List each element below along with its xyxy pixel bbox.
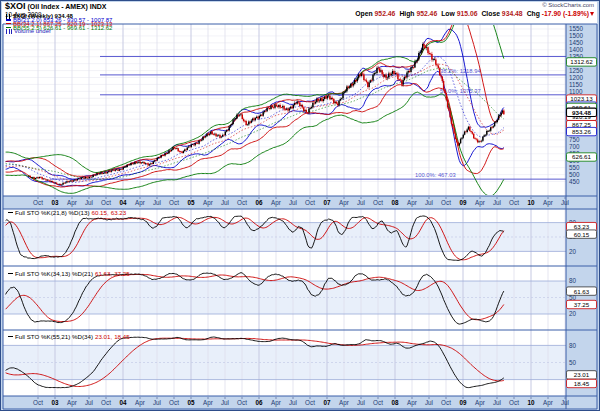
month-label: Oct: [509, 199, 519, 206]
sto-line-icon: [8, 336, 13, 338]
month-label: Oct: [101, 399, 111, 406]
sto-tick-label: 50: [569, 359, 577, 366]
open-label: Open: [355, 10, 372, 17]
svg-text:18.45: 18.45: [574, 380, 590, 387]
month-label: Jul: [493, 399, 501, 406]
month-label: 03: [51, 399, 59, 406]
page-title: $XOI (Oil Index - AMEX) INDX: [5, 2, 107, 11]
low-value: 915.06: [457, 10, 478, 17]
month-label: Apr: [203, 199, 213, 207]
high-label: High: [399, 10, 414, 17]
panel1-legend-label: Full STO %K(21,8) %D(13): [15, 209, 90, 216]
month-label: Jul: [493, 199, 501, 206]
month-label: Jul: [561, 399, 569, 406]
svg-text:37.25: 37.25: [574, 301, 590, 308]
month-label: Oct: [373, 199, 383, 206]
month-label: 04: [119, 199, 127, 206]
month-label: 07: [323, 199, 331, 206]
panel3-k-value: 23.01,: [95, 333, 112, 340]
sto-tick-label: 20: [569, 248, 577, 255]
panel3-legend: Full STO %K(55,21) %D(34)23.01,18.45: [8, 334, 130, 340]
month-label: Oct: [305, 399, 315, 406]
month-label: Apr: [475, 199, 485, 207]
panel1-d-value: 63.23: [111, 209, 126, 216]
month-label: Jul: [221, 399, 229, 406]
month-label: 07: [323, 399, 331, 406]
month-label: Apr: [407, 399, 417, 407]
month-label: Apr: [543, 399, 553, 407]
month-label: Jul: [85, 399, 93, 406]
month-label: Jul: [289, 399, 297, 406]
month-label: Apr: [203, 399, 213, 407]
month-label: Jul: [85, 199, 93, 206]
svg-text:1312.62: 1312.62: [570, 58, 593, 65]
chg-label: Chg: [527, 10, 540, 17]
legend-volume-label: Volume undef: [14, 28, 51, 34]
month-label: Oct: [373, 399, 383, 406]
month-label: 08: [391, 399, 399, 406]
panel2-k-value: 61.63,: [95, 270, 112, 277]
month-label: Oct: [305, 199, 315, 206]
legend-volume: Volume undef: [6, 28, 51, 34]
month-label: Jul: [153, 399, 161, 406]
volume-bars-icon: [6, 29, 12, 34]
month-label: Oct: [33, 399, 43, 406]
month-label: 08: [391, 199, 399, 206]
close-label: Close: [481, 10, 500, 17]
ohlc-readout: Open 952.46High 952.46Low 915.06Close 93…: [355, 11, 594, 18]
chart-canvas: 38.2%: 1218.9450.0%: 1075.37100.0%: 467.…: [0, 0, 600, 411]
panel3-d-value: 18.45: [114, 333, 129, 340]
month-label: Oct: [441, 399, 451, 406]
ticker-description: (Oil Index - AMEX) INDX: [26, 3, 107, 10]
panel3-legend-label: Full STO %K(55,21) %D(34): [15, 333, 93, 340]
month-label: Apr: [271, 399, 281, 407]
month-label: 04: [119, 399, 127, 406]
svg-text:23.01: 23.01: [574, 371, 590, 378]
fib-label: 100.0%: 467.03: [415, 172, 456, 178]
close-value: 934.48: [502, 10, 523, 17]
sto-line-icon: [8, 273, 13, 275]
panel2-legend-label: Full STO %K(34,13) %D(21): [15, 270, 93, 277]
sto-tick-label: 80: [569, 342, 577, 349]
month-label: Apr: [339, 399, 349, 407]
price-tick-label: 450: [569, 178, 580, 185]
sto-line-icon: [8, 212, 13, 214]
month-label: Oct: [101, 199, 111, 206]
stockcharts-chart: 38.2%: 1218.9450.0%: 1075.37100.0%: 467.…: [0, 0, 600, 411]
chg-value: -17.90 (-1.89%): [542, 10, 589, 17]
stockcharts-brand: © StockCharts.com: [542, 2, 594, 8]
month-label: Apr: [135, 199, 145, 207]
high-value: 952.46: [416, 10, 437, 17]
month-label: Oct: [237, 199, 247, 206]
svg-text:934.48: 934.48: [572, 109, 591, 116]
panel2-legend: Full STO %K(34,13) %D(21)61.63,37.25: [8, 271, 130, 277]
month-label: Jul: [221, 199, 229, 206]
month-label: 05: [187, 199, 195, 206]
svg-text:853.26: 853.26: [572, 128, 591, 135]
month-label: Jul: [425, 399, 433, 406]
month-label: Oct: [169, 399, 179, 406]
month-label: 10: [527, 399, 535, 406]
month-label: Oct: [441, 199, 451, 206]
svg-text:626.61: 626.61: [572, 153, 591, 160]
svg-text:1023.13: 1023.13: [570, 95, 593, 102]
month-label: Apr: [135, 399, 145, 407]
panel1-legend: Full STO %K(21,8) %D(13)60.15,63.23: [8, 210, 126, 216]
month-label: Jul: [153, 199, 161, 206]
month-label: Jul: [357, 399, 365, 406]
sto-tick-label: 20: [569, 310, 577, 317]
svg-text:63.23: 63.23: [574, 223, 590, 230]
month-label: Oct: [237, 399, 247, 406]
month-label: Apr: [407, 199, 417, 207]
month-label: 06: [255, 199, 263, 206]
month-label: 09: [459, 399, 467, 406]
month-label: Jul: [425, 199, 433, 206]
month-label: Jul: [357, 199, 365, 206]
month-label: Jul: [561, 199, 569, 206]
month-label: Apr: [67, 399, 77, 407]
svg-text:60.15: 60.15: [574, 231, 590, 238]
open-value: 952.46: [375, 10, 396, 17]
month-label: Apr: [543, 199, 553, 207]
month-label: 10: [527, 199, 535, 206]
panel1-k-value: 60.15,: [92, 209, 109, 216]
